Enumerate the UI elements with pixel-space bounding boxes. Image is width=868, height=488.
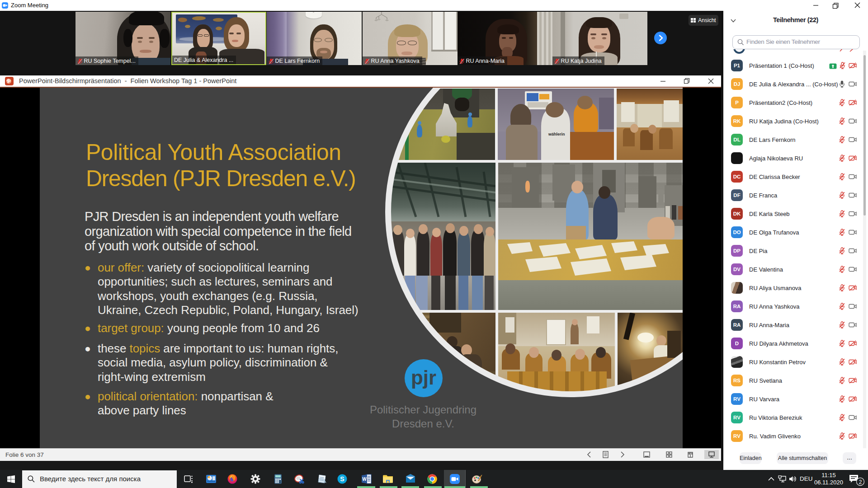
svg-text:P: P bbox=[8, 79, 11, 84]
svg-text:W: W bbox=[362, 477, 367, 482]
svg-text:2: 2 bbox=[859, 479, 862, 485]
svg-text:S: S bbox=[340, 475, 344, 483]
